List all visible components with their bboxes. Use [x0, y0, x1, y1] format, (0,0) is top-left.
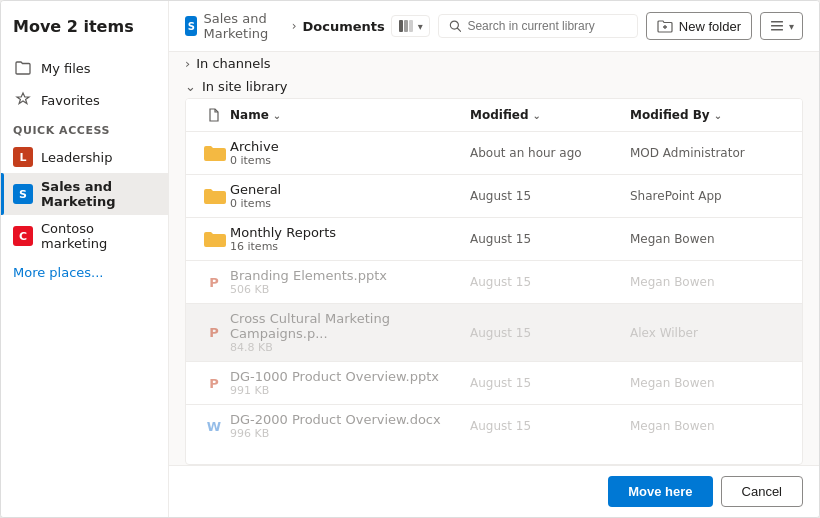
- move-here-button[interactable]: Move here: [608, 476, 712, 507]
- general-sub: 0 items: [230, 197, 470, 210]
- pptx-icon-cross: P: [204, 323, 224, 343]
- dg1000-name: DG-1000 Product Overview.pptx: [230, 369, 470, 384]
- monthly-modified: August 15: [470, 232, 630, 246]
- nav-leadership[interactable]: L Leadership: [1, 141, 168, 173]
- col-name-label: Name: [230, 108, 269, 122]
- row-icon-dg1000: P: [198, 373, 230, 393]
- site-breadcrumb-icon: S: [185, 16, 197, 36]
- col-modified-by-header[interactable]: Modified By ⌄: [630, 107, 790, 123]
- svg-line-4: [457, 28, 460, 31]
- content-area: › In channels ⌄ In site library: [169, 52, 819, 465]
- leadership-site-icon: L: [13, 147, 33, 167]
- header-bar: S Sales and Marketing › Documents ▾: [169, 1, 819, 52]
- dg2000-sub: 996 KB: [230, 427, 470, 440]
- move-dialog: Move 2 items My files Favorites Quick ac…: [0, 0, 820, 518]
- table-row[interactable]: General 0 items August 15 SharePoint App: [186, 175, 802, 218]
- docx-icon-dg2000: W: [204, 416, 224, 436]
- new-folder-button[interactable]: New folder: [646, 12, 752, 40]
- archive-modified-by: MOD Administrator: [630, 146, 790, 160]
- in-site-library-section: ⌄ In site library Name: [185, 75, 803, 465]
- modified-sort-icon: ⌄: [533, 110, 541, 121]
- view-options-button[interactable]: ▾: [760, 12, 803, 40]
- in-channels-section[interactable]: › In channels: [185, 52, 803, 75]
- svg-rect-9: [771, 29, 783, 31]
- branding-name: Branding Elements.pptx: [230, 268, 470, 283]
- col-modified-label: Modified: [470, 108, 529, 122]
- folder-icon-general: [202, 186, 226, 206]
- general-name: General: [230, 182, 470, 197]
- search-icon: [449, 19, 462, 33]
- row-icon-general: [198, 186, 230, 206]
- col-name-header[interactable]: Name ⌄: [230, 107, 470, 123]
- cross-modified: August 15: [470, 326, 630, 340]
- dg2000-name: DG-2000 Product Overview.docx: [230, 412, 470, 427]
- general-modified-by: SharePoint App: [630, 189, 790, 203]
- monthly-sub: 16 items: [230, 240, 470, 253]
- dg1000-modified: August 15: [470, 376, 630, 390]
- table-row: P Branding Elements.pptx 506 KB August 1…: [186, 261, 802, 304]
- breadcrumb-site-name: Sales and Marketing: [203, 11, 285, 41]
- left-panel: Move 2 items My files Favorites Quick ac…: [1, 1, 169, 517]
- nav-contoso[interactable]: C Contoso marketing: [1, 215, 168, 257]
- general-modified: August 15: [470, 189, 630, 203]
- table-row[interactable]: Archive 0 items About an hour ago MOD Ad…: [186, 132, 802, 175]
- dialog-title: Move 2 items: [1, 17, 168, 52]
- monthly-name-cell: Monthly Reports 16 items: [230, 225, 470, 253]
- sales-marketing-site-icon: S: [13, 184, 33, 204]
- in-site-library-header[interactable]: ⌄ In site library: [185, 75, 803, 98]
- nav-favorites[interactable]: Favorites: [1, 84, 168, 116]
- library-dropdown-chevron: ▾: [418, 21, 423, 32]
- dg1000-sub: 991 KB: [230, 384, 470, 397]
- breadcrumb-chevron-icon: ›: [292, 19, 297, 33]
- table-row[interactable]: Monthly Reports 16 items August 15 Megan…: [186, 218, 802, 261]
- monthly-name: Monthly Reports: [230, 225, 470, 240]
- table-header: Name ⌄ Modified ⌄ Modified By ⌄: [186, 99, 802, 132]
- svg-rect-8: [771, 25, 783, 27]
- dg2000-modified-by: Megan Bowen: [630, 419, 790, 433]
- branding-name-cell: Branding Elements.pptx 506 KB: [230, 268, 470, 296]
- dg1000-name-cell: DG-1000 Product Overview.pptx 991 KB: [230, 369, 470, 397]
- library-icon-button[interactable]: ▾: [391, 15, 430, 37]
- search-input[interactable]: [467, 19, 626, 33]
- row-icon-dg2000: W: [198, 416, 230, 436]
- cancel-button[interactable]: Cancel: [721, 476, 803, 507]
- right-panel: S Sales and Marketing › Documents ▾: [169, 1, 819, 517]
- col-modified-header[interactable]: Modified ⌄: [470, 107, 630, 123]
- table-row: P DG-1000 Product Overview.pptx 991 KB A…: [186, 362, 802, 405]
- in-channels-label: In channels: [196, 56, 270, 71]
- svg-rect-0: [399, 20, 403, 32]
- breadcrumb: S Sales and Marketing › Documents ▾: [185, 11, 430, 41]
- nav-sales-marketing-label: Sales and Marketing: [41, 179, 156, 209]
- branding-sub: 506 KB: [230, 283, 470, 296]
- nav-favorites-label: Favorites: [41, 93, 100, 108]
- row-icon-branding: P: [198, 272, 230, 292]
- new-folder-label: New folder: [679, 19, 741, 34]
- cross-sub: 84.8 KB: [230, 341, 470, 354]
- dialog-footer: Move here Cancel: [169, 465, 819, 517]
- archive-modified: About an hour ago: [470, 146, 630, 160]
- name-sort-icon: ⌄: [273, 110, 281, 121]
- col-icon-header: [198, 107, 230, 123]
- nav-my-files[interactable]: My files: [1, 52, 168, 84]
- new-folder-icon: [657, 18, 673, 34]
- row-icon-archive: [198, 143, 230, 163]
- hamburger-icon: [769, 18, 785, 34]
- dg1000-modified-by: Megan Bowen: [630, 376, 790, 390]
- search-box[interactable]: [438, 14, 638, 38]
- table-body: Archive 0 items About an hour ago MOD Ad…: [186, 132, 802, 447]
- nav-my-files-label: My files: [41, 61, 91, 76]
- in-site-library-chevron-icon: ⌄: [185, 79, 196, 94]
- nav-contoso-label: Contoso marketing: [41, 221, 156, 251]
- archive-name: Archive: [230, 139, 470, 154]
- nav-sales-marketing[interactable]: S Sales and Marketing: [1, 173, 168, 215]
- view-chevron: ▾: [789, 21, 794, 32]
- svg-rect-1: [404, 20, 408, 32]
- more-places-link[interactable]: More places...: [1, 257, 168, 288]
- star-icon: [13, 90, 33, 110]
- cross-modified-by: Alex Wilber: [630, 326, 790, 340]
- breadcrumb-current-folder: Documents: [303, 19, 385, 34]
- general-name-cell: General 0 items: [230, 182, 470, 210]
- dg2000-modified: August 15: [470, 419, 630, 433]
- contoso-site-icon: C: [13, 226, 33, 246]
- cross-name-cell: Cross Cultural Marketing Campaigns.p... …: [230, 311, 470, 354]
